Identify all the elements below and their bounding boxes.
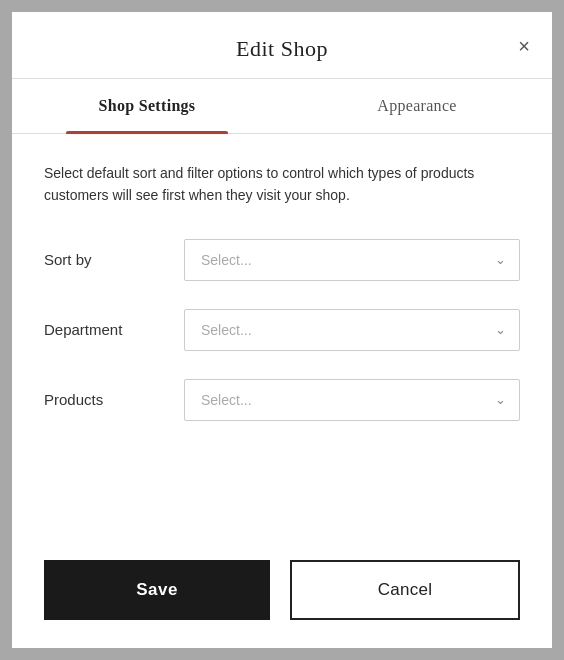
modal-dialog: Edit Shop × Shop Settings Appearance Sel… [12, 12, 552, 648]
modal-footer: Save Cancel [12, 544, 552, 648]
sort-by-row: Sort by Select... ⌄ [44, 239, 520, 281]
sort-by-select-wrapper: Select... ⌄ [184, 239, 520, 281]
modal-overlay: Edit Shop × Shop Settings Appearance Sel… [0, 0, 564, 660]
products-select[interactable]: Select... [184, 379, 520, 421]
close-button[interactable]: × [514, 32, 534, 60]
description-text: Select default sort and filter options t… [44, 162, 520, 207]
products-row: Products Select... ⌄ [44, 379, 520, 421]
tab-appearance[interactable]: Appearance [282, 79, 552, 133]
modal-body: Select default sort and filter options t… [12, 134, 552, 544]
sort-by-select[interactable]: Select... [184, 239, 520, 281]
cancel-button[interactable]: Cancel [290, 560, 520, 620]
save-button[interactable]: Save [44, 560, 270, 620]
modal-title: Edit Shop [236, 36, 328, 62]
department-row: Department Select... ⌄ [44, 309, 520, 351]
tabs-container: Shop Settings Appearance [12, 79, 552, 134]
modal-header: Edit Shop × [12, 12, 552, 62]
department-select[interactable]: Select... [184, 309, 520, 351]
tab-shop-settings[interactable]: Shop Settings [12, 79, 282, 133]
department-label: Department [44, 321, 184, 338]
sort-by-label: Sort by [44, 251, 184, 268]
department-select-wrapper: Select... ⌄ [184, 309, 520, 351]
products-select-wrapper: Select... ⌄ [184, 379, 520, 421]
products-label: Products [44, 391, 184, 408]
